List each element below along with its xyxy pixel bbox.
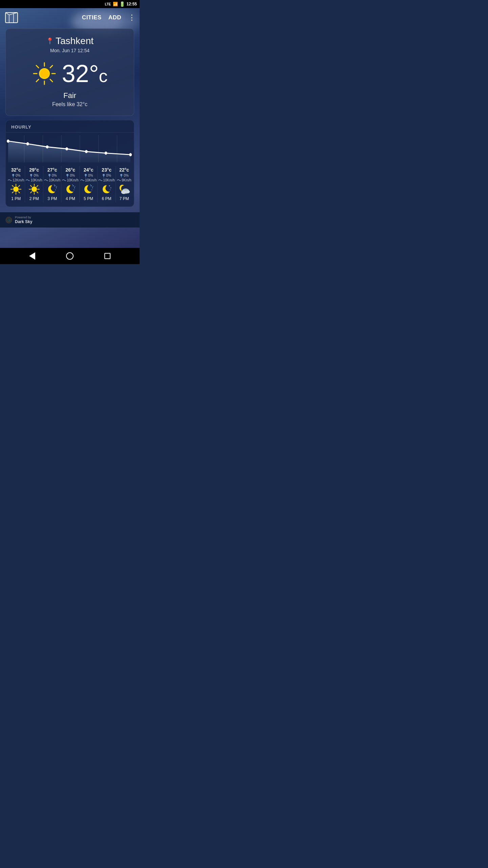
svg-line-32 [12, 185, 14, 187]
hour-wind-6pm: 10Km/h [98, 178, 115, 182]
svg-point-71 [109, 185, 110, 186]
city-name-row: 📍 Tashkent [11, 36, 128, 46]
hour-rain-1pm: 0% [12, 174, 20, 177]
hour-wind-4pm: 10Km/h [62, 178, 78, 182]
hour-temp-7pm: 22°c [119, 167, 129, 173]
svg-point-73 [110, 190, 110, 190]
svg-point-60 [75, 186, 75, 187]
svg-point-51 [56, 188, 57, 188]
svg-line-7 [50, 79, 53, 82]
hour-wind-5pm: 10Km/h [80, 178, 97, 182]
temperature-display: 32°c [62, 61, 108, 86]
moon-stars-icon-4pm [64, 183, 77, 195]
add-button[interactable]: ADD [108, 14, 121, 21]
svg-line-9 [36, 79, 39, 82]
cities-button[interactable]: CITIES [82, 14, 102, 21]
svg-point-69 [103, 174, 105, 176]
hour-column-5pm: 24°c 0% 10Km/h [80, 166, 98, 202]
hour-temp-3pm: 27°c [47, 167, 57, 173]
moon-stars-icon-6pm [101, 183, 113, 195]
svg-point-72 [110, 188, 111, 188]
date-time: Mon. Jun 17 12:54 [11, 48, 128, 53]
sun-icon-2pm [28, 183, 40, 195]
svg-point-57 [73, 185, 74, 186]
hourly-card: HOURLY [5, 120, 134, 207]
svg-point-59 [74, 190, 74, 190]
svg-point-53 [56, 186, 57, 187]
hour-temp-2pm: 29°c [29, 167, 39, 173]
hour-wind-3pm: 10Km/h [44, 178, 60, 182]
hour-label-7pm: 7 PM [119, 196, 129, 201]
hour-column-7pm: 22°c 0% 9Km/h [116, 166, 133, 202]
svg-point-78 [125, 190, 130, 193]
svg-point-58 [74, 188, 75, 188]
sun-icon-1pm [10, 183, 22, 195]
dark-sky-icon: 🌑 [5, 217, 12, 223]
hourly-header: HOURLY [6, 120, 134, 133]
cloudy-moon-icon-7pm [118, 183, 130, 195]
hour-wind-2pm: 10Km/h [26, 178, 42, 182]
hour-rain-7pm: 0% [120, 174, 128, 177]
hour-label-2pm: 2 PM [29, 196, 39, 201]
hour-column-1pm: 32°c 0% 12Km/h [7, 166, 25, 202]
hour-rain-2pm: 0% [29, 174, 38, 177]
hour-temp-6pm: 23°c [102, 167, 111, 173]
svg-point-55 [66, 174, 68, 176]
temperature-chart [6, 133, 134, 163]
hour-temp-1pm: 32°c [11, 167, 21, 173]
svg-point-37 [30, 174, 32, 176]
hour-label-4pm: 4 PM [66, 196, 75, 201]
svg-point-66 [92, 190, 92, 190]
weather-condition: Fair [11, 91, 128, 100]
home-button[interactable] [66, 252, 74, 260]
svg-line-6 [36, 65, 39, 68]
hour-column-2pm: 29°c 0% 10Km/h [25, 166, 43, 202]
dark-sky-brand: Dark Sky [15, 219, 32, 224]
feels-like: Feels like 32°c [11, 101, 128, 107]
svg-point-16 [65, 147, 68, 150]
lte-label: LTE [105, 2, 111, 6]
hour-label-1pm: 1 PM [11, 196, 21, 201]
svg-line-43 [30, 185, 32, 187]
app-background: CITIES ADD ⋮ 📍 Tashkent Mon. Jun 17 12:5… [0, 8, 140, 248]
svg-point-67 [93, 186, 93, 187]
svg-point-26 [12, 174, 14, 176]
recents-button[interactable] [104, 253, 110, 259]
hour-temp-5pm: 24°c [84, 167, 94, 173]
hour-rain-5pm: 0% [84, 174, 93, 177]
svg-point-52 [55, 190, 56, 190]
signal-icon: 📶 [113, 2, 118, 6]
hour-wind-7pm: 9Km/h [117, 178, 131, 182]
top-bar: CITIES ADD ⋮ [0, 8, 140, 27]
svg-line-45 [37, 185, 38, 187]
svg-point-15 [46, 145, 48, 149]
status-bar: LTE 📶 🔋 12:55 [0, 0, 140, 8]
hour-column-6pm: 23°c 0% 10Km/h 6 PM [98, 166, 116, 202]
map-logo[interactable] [4, 10, 19, 25]
moon-stars-icon-5pm [82, 183, 95, 195]
more-menu-button[interactable]: ⋮ [128, 14, 136, 21]
hour-label-5pm: 5 PM [84, 196, 93, 201]
svg-point-36 [13, 186, 19, 192]
sun-weather-icon [32, 61, 57, 86]
hour-wind-1pm: 12Km/h [8, 178, 24, 182]
hour-rain-4pm: 0% [66, 174, 75, 177]
svg-point-74 [120, 174, 122, 176]
svg-point-61 [72, 184, 73, 185]
svg-line-44 [37, 192, 38, 193]
battery-icon: 🔋 [119, 1, 125, 7]
weather-card: 📍 Tashkent Mon. Jun 17 12:54 32°c [5, 28, 134, 116]
time-display: 12:55 [126, 2, 137, 6]
svg-point-68 [90, 184, 91, 185]
back-button[interactable] [29, 252, 35, 260]
hour-rain-6pm: 0% [102, 174, 111, 177]
svg-point-19 [129, 153, 132, 156]
svg-point-17 [85, 150, 88, 153]
svg-point-48 [48, 174, 50, 176]
svg-line-34 [19, 185, 20, 187]
hour-rain-3pm: 0% [48, 174, 57, 177]
powered-by-label: Powered by [15, 216, 32, 219]
svg-point-50 [55, 185, 56, 186]
svg-point-64 [91, 185, 92, 186]
city-name: Tashkent [56, 36, 94, 46]
